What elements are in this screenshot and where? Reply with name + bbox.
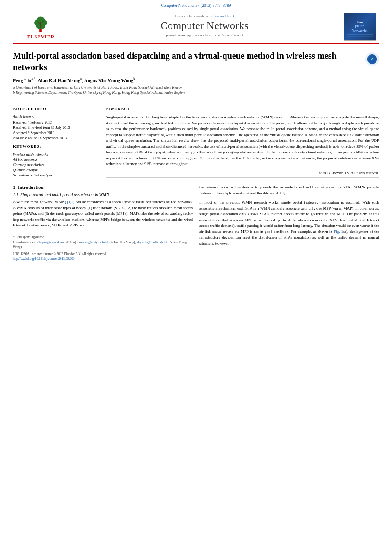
- affiliation-a: a Department of Electronic Engineering, …: [13, 85, 379, 90]
- cover-top-text: Com: [357, 20, 363, 24]
- abstract-text: Single-portal association has long been …: [106, 115, 379, 167]
- available-date: Available online 18 September 2013: [13, 136, 95, 140]
- affiliations: a Department of Electronic Engineering, …: [13, 85, 379, 96]
- publisher-logo-section: ELSEVIER: [13, 10, 69, 43]
- cover-decoration: [344, 30, 375, 38]
- author-3: Angus Kin-Yeung Wong: [84, 78, 134, 83]
- keyword-3: Gateway association: [13, 162, 95, 167]
- main-content: Multi-portal association based dispatchi…: [13, 44, 379, 261]
- crossmark-badge[interactable]: ✓: [365, 52, 379, 66]
- footnotes-section: * Corresponding author. E-mail addresses…: [13, 233, 193, 250]
- issn-doi-bar: 1389-1286/$ - see front matter © 2013 El…: [13, 252, 193, 261]
- revised-date: Received in revised form 31 July 2013: [13, 125, 95, 130]
- elsevier-logo: ELSEVIER: [27, 14, 55, 39]
- journal-homepage: journal homepage: www.elsevier.com/locat…: [73, 33, 336, 37]
- article-title-section: Multi-portal association based dispatchi…: [13, 50, 379, 73]
- accepted-date: Accepted 9 September 2013: [13, 131, 95, 135]
- keywords-section: Keywords: Wireless mesh networks Ad hoc …: [13, 144, 95, 177]
- keyword-4: Queuing analysis: [13, 168, 95, 172]
- affiliation-b: b Engineering Sciences Department, The O…: [13, 90, 379, 96]
- doi-link-line: http://dx.doi.org/10.1016/j.comnet.2013.…: [13, 256, 193, 261]
- sciencedirect-link[interactable]: ScienceDirect: [214, 14, 234, 18]
- copyright-notice: © 2013 Elsevier B.V. All rights reserved…: [106, 171, 379, 178]
- body-left-column: 1. Introduction 1.1. Single-portal and m…: [13, 185, 193, 261]
- article-info-title: ARTICLE INFO: [13, 107, 95, 111]
- journal-cover-section: Com puter Networks: [340, 10, 379, 43]
- abstract-panel: ABSTRACT Single-portal association has l…: [106, 102, 379, 178]
- author-1: Peng Lin: [13, 78, 31, 83]
- journal-title-section: Contents lists available at ScienceDirec…: [69, 10, 340, 43]
- email-3-link[interactable]: akywong@ouhk.edu.hk: [137, 240, 167, 244]
- cite-1-2[interactable]: [1,2]: [67, 200, 74, 204]
- elsevier-brand-text: ELSEVIER: [27, 34, 55, 39]
- abstract-title: ABSTRACT: [106, 107, 379, 111]
- email-addresses: E-mail addresses: stlinpeng@gmail.com (P…: [13, 240, 193, 249]
- corresponding-author-note: * Corresponding author.: [13, 235, 193, 240]
- journal-citation-bar: Computer Networks 57 (2013) 3773–3789: [0, 0, 392, 10]
- keywords-title: Keywords:: [13, 144, 95, 149]
- sciencedirect-line: Contents lists available at ScienceDirec…: [73, 14, 336, 18]
- fig-1a-ref[interactable]: Fig. 1: [334, 229, 343, 234]
- crossmark-icon: ✓: [367, 54, 377, 64]
- email-2-link[interactable]: eeayeung@cityu.edu.hk: [77, 240, 108, 244]
- email-1-link[interactable]: stlinpeng@gmail.com: [37, 240, 65, 244]
- article-title-text: Multi-portal association based dispatchi…: [13, 50, 361, 73]
- section-1-title: 1. Introduction: [13, 185, 193, 190]
- authors-line: Peng Lina,*, Alan Kai-Hau Yeunga, Angus …: [13, 77, 379, 83]
- journal-header: ELSEVIER Contents lists available at Sci…: [13, 10, 379, 44]
- keyword-1: Wireless mesh networks: [13, 152, 95, 156]
- article-info-abstract-section: ARTICLE INFO Article history: Received 4…: [13, 102, 379, 178]
- author-2: Alan Kai-Hau Yeung: [38, 78, 80, 83]
- received-date: Received 4 February 2013: [13, 120, 95, 124]
- body-right-para1: the network infrastructure devices to pr…: [199, 185, 379, 196]
- doi-link[interactable]: http://dx.doi.org/10.1016/j.comnet.2013.…: [13, 257, 75, 261]
- body-left-para1: A wireless mesh network (WMN) [1,2] can …: [13, 199, 193, 229]
- journal-citation: Computer Networks 57 (2013) 3773–3789: [161, 3, 231, 8]
- journal-cover-image: Com puter Networks: [344, 13, 376, 41]
- issn-text: 1389-1286/$ - see front matter © 2013 El…: [13, 252, 193, 256]
- article-info-panel: ARTICLE INFO Article history: Received 4…: [13, 102, 99, 178]
- body-right-para2: In most of the previous WMN research wor…: [199, 200, 379, 246]
- body-content: 1. Introduction 1.1. Single-portal and m…: [13, 185, 379, 261]
- elsevier-tree-icon: [28, 14, 54, 33]
- keyword-2: Ad hoc networks: [13, 157, 95, 162]
- subsection-1-1-title: 1.1. Single-portal and multi-portal asso…: [13, 192, 193, 197]
- keyword-5: Simulation output analysis: [13, 173, 95, 177]
- journal-title: Computer Networks: [73, 20, 336, 32]
- history-label: Article history:: [13, 115, 95, 118]
- body-right-column: the network infrastructure devices to pr…: [199, 185, 379, 261]
